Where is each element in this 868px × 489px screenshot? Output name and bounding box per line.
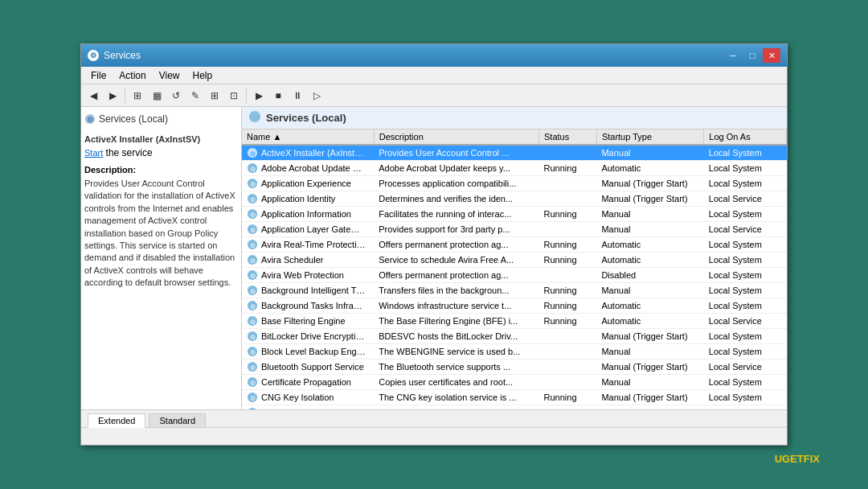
table-row[interactable]: ⚙Certificate PropagationCopies user cert… <box>242 375 787 390</box>
main-window: ⚙ Services ─ □ ✕ File Action View Help ◀… <box>80 43 788 446</box>
table-row[interactable]: ⚙ActiveX Installer (AxInstSV)Provides Us… <box>242 145 787 161</box>
table-row[interactable]: ⚙Application Layer Gateway ...Provides s… <box>242 222 787 237</box>
service-status-cell: Running <box>539 390 597 405</box>
service-desc-cell: Determines and verifies the iden... <box>374 191 538 207</box>
table-row[interactable]: ⚙BitLocker Drive Encryption ...BDESVC ho… <box>242 329 787 344</box>
col-header-name[interactable]: Name ▲ <box>242 129 374 145</box>
table-row[interactable]: ⚙Bluetooth Support ServiceThe Bluetooth … <box>242 360 787 375</box>
service-status-cell <box>539 329 597 344</box>
service-name: Background Tasks Infrastru... <box>261 301 366 310</box>
service-desc-cell: Service to schedule Avira Free A... <box>374 253 538 268</box>
service-status-cell: Running <box>539 253 597 268</box>
table-row[interactable]: ⚙Avira Real-Time ProtectionOffers perman… <box>242 237 787 253</box>
col-header-startup[interactable]: Startup Type <box>596 129 703 145</box>
table-row[interactable]: ⚙Avira SchedulerService to schedule Avir… <box>242 253 787 268</box>
col-header-status[interactable]: Status <box>539 129 597 145</box>
service-startup-cell: Automatic <box>596 237 703 253</box>
svg-text:⚙: ⚙ <box>250 364 256 372</box>
stop-service-button[interactable]: ■ <box>269 87 287 105</box>
service-name: CNG Key Isolation <box>261 392 334 402</box>
service-desc-cell: BDESVC hosts the BitLocker Driv... <box>374 329 538 344</box>
service-name: Bluetooth Support Service <box>261 362 364 372</box>
back-button[interactable]: ◀ <box>84 87 102 105</box>
service-name-cell: ⚙ActiveX Installer (AxInstSV) <box>242 146 371 160</box>
service-logon-cell: Local Service <box>704 360 787 375</box>
panel-header: Services (Local) <box>242 107 787 129</box>
service-name-cell: ⚙Background Tasks Infrastru... <box>242 298 371 313</box>
service-row-icon: ⚙ <box>247 147 258 158</box>
table-row[interactable]: ⚙Adobe Acrobat Update Serv...Adobe Acrob… <box>242 161 787 176</box>
service-name-cell: ⚙Background Intelligent Tran... <box>242 283 371 298</box>
table-row[interactable]: ⚙Application InformationFacilitates the … <box>242 207 787 222</box>
service-name-cell: ⚙Application Layer Gateway ... <box>242 222 371 236</box>
service-name: Avira Real-Time Protection <box>261 240 366 249</box>
help-button[interactable]: ⊡ <box>225 87 243 105</box>
service-startup-cell: Manual <box>596 207 703 222</box>
sidebar-header: ⚙ Services (Local) <box>84 110 238 128</box>
service-desc-cell: Copies user certificates and root... <box>374 375 538 390</box>
menu-help[interactable]: Help <box>186 68 219 83</box>
service-desc-cell: The WBENGINE service is used b... <box>374 344 538 360</box>
table-row[interactable]: ⚙CNG Key IsolationThe CNG key isolation … <box>242 390 787 405</box>
watermark: UGETFIX <box>775 453 820 465</box>
show-detail-button[interactable]: ▦ <box>148 87 166 105</box>
service-logon-cell: Local Service <box>704 222 787 237</box>
maximize-button[interactable]: □ <box>743 48 761 63</box>
service-name-cell: ⚙Base Filtering Engine <box>242 314 371 328</box>
refresh-button[interactable]: ↺ <box>167 87 185 105</box>
service-startup-cell: Manual (Trigger Start) <box>596 176 703 191</box>
service-row-icon: ⚙ <box>247 254 258 265</box>
service-status-cell <box>539 191 597 207</box>
services-table-container[interactable]: Name ▲ Description Status Startup Type L… <box>242 129 787 409</box>
close-button[interactable]: ✕ <box>763 48 780 63</box>
tab-standard[interactable]: Standard <box>149 413 206 427</box>
menu-file[interactable]: File <box>84 68 113 83</box>
service-status-cell: Running <box>539 161 597 176</box>
service-row-icon: ⚙ <box>247 392 258 403</box>
service-name-cell: ⚙Avira Real-Time Protection <box>242 237 371 252</box>
menu-action[interactable]: Action <box>113 68 152 83</box>
title-controls: ─ □ ✕ <box>724 48 780 63</box>
start-service-link[interactable]: Start <box>84 148 103 158</box>
svg-text:⚙: ⚙ <box>250 318 256 326</box>
tabs-bar: Extended Standard <box>81 409 787 427</box>
table-row[interactable]: ⚙Application IdentityDetermines and veri… <box>242 191 787 207</box>
service-name-cell: ⚙Adobe Acrobat Update Serv... <box>242 161 371 175</box>
minimize-button[interactable]: ─ <box>724 48 742 63</box>
service-name-cell: ⚙Application Identity <box>242 191 371 206</box>
service-logon-cell: Local Service <box>704 191 787 207</box>
table-row[interactable]: ⚙Application ExperienceProcesses applica… <box>242 176 787 191</box>
col-header-logon[interactable]: Log On As <box>704 129 787 145</box>
service-logon-cell: Local System <box>704 298 787 314</box>
export-button[interactable]: ✎ <box>186 87 204 105</box>
sidebar: ⚙ Services (Local) ActiveX Installer (Ax… <box>81 107 242 409</box>
service-row-icon: ⚙ <box>247 269 258 281</box>
show-scope-button[interactable]: ⊞ <box>129 87 146 105</box>
service-row-icon: ⚙ <box>247 331 258 342</box>
panel-icon <box>248 110 261 125</box>
service-startup-cell: Disabled <box>596 268 703 283</box>
pause-service-button[interactable]: ⏸ <box>289 87 306 105</box>
service-name: Block Level Backup Engine ... <box>261 347 366 356</box>
table-row[interactable]: ⚙Base Filtering EngineThe Base Filtering… <box>242 314 787 329</box>
table-row[interactable]: ⚙Block Level Backup Engine ...The WBENGI… <box>242 344 787 360</box>
service-logon-cell: Local System <box>704 283 787 298</box>
menu-view[interactable]: View <box>153 68 186 83</box>
service-name: Application Identity <box>261 194 335 203</box>
service-startup-cell: Manual (Trigger Start) <box>596 191 703 207</box>
restart-service-button[interactable]: ▷ <box>308 87 326 105</box>
service-logon-cell: Local Service <box>704 314 787 329</box>
sidebar-desc-label: Description: <box>84 165 238 175</box>
table-row[interactable]: ⚙Background Tasks Infrastru...Windows in… <box>242 298 787 314</box>
table-row[interactable]: ⚙Background Intelligent Tran...Transfers… <box>242 283 787 298</box>
service-status-cell <box>539 268 597 283</box>
start-service-button[interactable]: ▶ <box>250 87 268 105</box>
service-name-cell: ⚙Application Experience <box>242 176 371 191</box>
table-row[interactable]: ⚙Avira Web ProtectionOffers permanent pr… <box>242 268 787 283</box>
tab-extended[interactable]: Extended <box>88 413 145 428</box>
services-icon <box>248 110 261 123</box>
properties-button[interactable]: ⊞ <box>206 87 223 105</box>
service-name: Base Filtering Engine <box>261 316 346 326</box>
col-header-description[interactable]: Description <box>374 129 538 145</box>
forward-button[interactable]: ▶ <box>104 87 121 105</box>
